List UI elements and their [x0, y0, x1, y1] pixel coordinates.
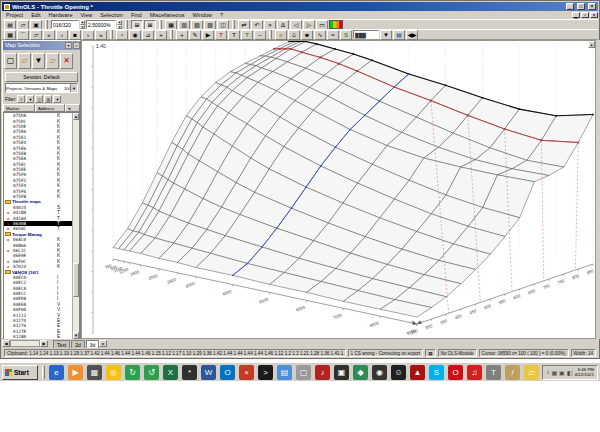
doc-blue-icon[interactable]: ▤ [393, 30, 405, 40]
menu-item-find[interactable]: Find [127, 12, 146, 18]
column-address[interactable]: Address [35, 104, 65, 112]
map-row[interactable]: 01276E [4, 323, 79, 328]
taskbar-security-icon[interactable]: ▲ [410, 365, 425, 380]
map-3d-view[interactable]: 1.40750900105012001500200025003000400050… [81, 40, 596, 339]
map-row[interactable]: 0127EE [4, 329, 79, 334]
hscroll-track[interactable] [10, 340, 40, 347]
menu-item-?[interactable]: ? [216, 12, 227, 18]
filter-1-icon[interactable]: ≡ [17, 95, 25, 103]
open-session-icon[interactable]: ▱ [18, 53, 31, 69]
delete-icon[interactable]: × [264, 20, 276, 30]
map-row[interactable]: 00ED8I [4, 296, 79, 301]
nav-next-icon[interactable]: › [82, 30, 94, 40]
checksum-icon[interactable]: ▦ [4, 30, 16, 40]
map-row[interactable]: 00EC0I [4, 275, 79, 280]
cursor-mode-icon[interactable]: + [155, 30, 167, 40]
panel-close-icon[interactable]: × [73, 42, 80, 49]
scroll-thumb[interactable] [73, 263, 79, 297]
text-red-icon[interactable]: T [215, 30, 227, 40]
taskbar-outlook-icon[interactable]: O [220, 365, 235, 380]
map-row[interactable]: ▸06AC0K [4, 237, 79, 242]
taskbar-game-icon[interactable]: ◆ [353, 365, 368, 380]
child-restore-button[interactable]: ▫ [581, 12, 589, 18]
map-row[interactable]: 00F00V [4, 307, 79, 312]
folder-small-icon[interactable]: ▱ [30, 30, 42, 40]
taskbar-sync-2-icon[interactable]: ↺ [144, 365, 159, 380]
taskbar-car-icon[interactable]: ▣ [334, 365, 349, 380]
prev-map-icon[interactable]: ◁ [290, 20, 302, 30]
map-row[interactable]: 075E0K [4, 129, 79, 134]
child-minimize-button[interactable]: ‗ [572, 12, 580, 18]
taskbar-close-red-icon[interactable]: × [239, 365, 254, 380]
taskbar-tool-icon[interactable]: * [182, 365, 197, 380]
text-green-icon[interactable]: T [241, 30, 253, 40]
map-row[interactable]: 04024S [4, 205, 79, 210]
script-green-icon[interactable]: S [340, 30, 352, 40]
map-row[interactable]: ▸04184T [4, 215, 79, 220]
minus-icon[interactable]: − [254, 30, 266, 40]
map-row[interactable]: 075DAK [4, 113, 79, 118]
tab-text[interactable]: Text [53, 340, 70, 348]
menu-item-miscellaneous[interactable]: Miscellaneous [146, 12, 189, 18]
tab-scroll-icon[interactable]: ▸ [99, 340, 107, 347]
taskbar-explorer-icon[interactable]: ▤ [277, 365, 292, 380]
new-session-icon[interactable]: ▢ [4, 53, 17, 69]
taskbar-shirt-icon[interactable]: T [486, 365, 501, 380]
counter-field[interactable]: 016/320 [51, 20, 79, 29]
hscroll-left-icon[interactable]: ◀ [2, 340, 10, 347]
person-icon[interactable]: ☺ [288, 30, 300, 40]
grid-split-icon[interactable]: ◫ [217, 20, 229, 30]
taskbar-internet-explorer-icon[interactable]: e [49, 365, 64, 380]
menu-item-selection[interactable]: Selection [96, 12, 127, 18]
taskbar-sync-icon[interactable]: ↻ [125, 365, 140, 380]
undo-icon[interactable]: ↶ [251, 20, 263, 30]
new-map-icon[interactable]: ▤ [4, 20, 16, 30]
next-map-icon[interactable]: ▷ [303, 20, 315, 30]
map-row[interactable]: 00ECCI [4, 291, 79, 296]
nav-stop-icon[interactable]: ■ [69, 30, 81, 40]
insert-icon[interactable]: + [176, 30, 188, 40]
map-folder-row[interactable]: Throttle maps [4, 199, 79, 204]
run-icon[interactable]: ▶ [202, 30, 214, 40]
tray-usb-icon[interactable]: ◧ [567, 369, 573, 376]
nav-last-icon[interactable]: » [95, 30, 107, 40]
taskbar-chrome-icon[interactable]: ◎ [106, 365, 121, 380]
chart-area-icon[interactable]: ≈ [327, 30, 339, 40]
map-row[interactable]: 06B66K [4, 242, 79, 247]
map-row[interactable]: 075E4K [4, 140, 79, 145]
map-row[interactable]: 075F0K [4, 172, 79, 177]
tab-3d[interactable]: 3d [86, 340, 100, 348]
map-row[interactable]: 075DCK [4, 118, 79, 123]
panel-pin-icon[interactable]: ▾ [65, 42, 72, 49]
open-project-icon[interactable]: ▱ [17, 20, 29, 30]
combo-dropdown-icon[interactable]: ▼ [380, 30, 392, 40]
copy-map-icon[interactable]: ▭ [316, 20, 328, 30]
tray-volume-icon[interactable]: ♪ [546, 369, 549, 376]
map-row[interactable]: 01112V [4, 312, 79, 317]
swap-icon[interactable]: ⇄ [238, 20, 250, 30]
taskbar-media-player-icon[interactable]: ▶ [68, 365, 83, 380]
map-row[interactable]: ▸07024K [4, 264, 79, 269]
nav-prev-icon[interactable]: ‹ [56, 30, 68, 40]
text-frame-icon[interactable]: T [228, 30, 240, 40]
menu-item-project[interactable]: Project [2, 12, 27, 18]
pane-splitter-button[interactable]: ▴ [588, 41, 595, 48]
taskbar-skype-icon[interactable]: S [429, 365, 444, 380]
map-row[interactable]: 075E2K [4, 135, 79, 140]
column-marker[interactable]: Marker [3, 104, 35, 112]
map-row[interactable]: 075EAK [4, 156, 79, 161]
menu-item-window[interactable]: Window [188, 12, 216, 18]
start-button[interactable]: Start [2, 365, 38, 380]
minimize-button[interactable]: _ [566, 3, 574, 10]
tab-2d[interactable]: 2d [71, 340, 85, 348]
map-row[interactable]: 00EC2I [4, 280, 79, 285]
session-button[interactable]: Session: Default [5, 72, 78, 82]
map-row[interactable]: 075F8K [4, 194, 79, 199]
menu-item-hardware[interactable]: Hardware [45, 12, 77, 18]
chevron-down-icon[interactable]: ▼ [70, 84, 77, 92]
zoom-field[interactable]: 2.50000% [86, 20, 116, 29]
taskbar-winols-icon[interactable]: ▦ [87, 365, 102, 380]
edit-pencil-icon[interactable]: ✎ [189, 30, 201, 40]
column-sort[interactable]: ◂ [65, 104, 80, 112]
import-folder-icon[interactable]: ▱ [46, 53, 59, 69]
